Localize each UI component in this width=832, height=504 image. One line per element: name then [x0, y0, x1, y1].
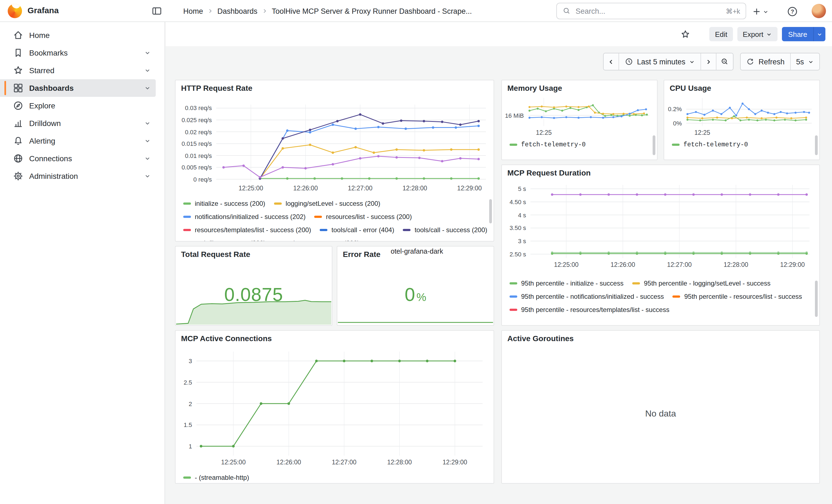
search-input[interactable]: Search... ⌘+k	[556, 3, 746, 19]
duration-legend: 95th percentile - initialize - success95…	[502, 278, 820, 315]
legend-item[interactable]: resources/templates/list - success (200)	[183, 224, 311, 235]
legend-item[interactable]: 95th percentile - notifications/initiali…	[510, 291, 664, 301]
y-axis-tick-label: 3.50 s	[504, 224, 526, 232]
memory-legend: fetch-telemetry-0	[502, 139, 657, 150]
legend-item[interactable]: initialize - success (200)	[183, 198, 265, 209]
time-range-picker[interactable]: Last 5 minutes	[618, 53, 701, 70]
export-button[interactable]: Export	[737, 27, 778, 41]
breadcrumb-current-dashboard[interactable]: ToolHive MCP Server & Proxy Runner Dashb…	[272, 7, 472, 15]
legend-item[interactable]: resources/list - success (200)	[314, 211, 412, 222]
http-request-rate-chart[interactable]: 12:25:0012:26:0012:27:0012:28:0012:29:00…	[178, 101, 490, 195]
sidebar-item-explore[interactable]: Explore	[0, 97, 156, 114]
legend-item[interactable]: fetch-telemetry-0	[510, 139, 586, 150]
chevron-down-icon[interactable]	[144, 49, 151, 57]
cpu-usage-chart[interactable]: 12:250.2%0%	[665, 96, 815, 135]
globe-icon	[12, 153, 24, 164]
sidebar-item-starred[interactable]: Starred	[0, 62, 156, 79]
http-svg	[178, 101, 490, 195]
panel-title[interactable]: Active Goroutines	[502, 331, 820, 344]
y-axis-tick-label: 0.01 req/s	[178, 152, 212, 159]
memory-usage-chart[interactable]: 12:2516 MiB	[503, 96, 653, 135]
help-button[interactable]: ?	[787, 4, 798, 19]
scrollbar[interactable]	[489, 199, 492, 223]
total_spark-svg	[176, 295, 331, 325]
sidebar-item-connections[interactable]: Connections	[0, 150, 156, 167]
x-axis-tick-label: 12:26:00	[267, 458, 311, 466]
panel-mcp-active-connections: MCP Active Connections 12:25:0012:26:001…	[175, 330, 494, 484]
share-dropdown-button[interactable]	[813, 27, 825, 41]
edit-button[interactable]: Edit	[709, 27, 733, 41]
zoom-out-icon	[721, 57, 729, 66]
legend-item[interactable]: tools/list - success (200)	[183, 238, 265, 241]
panel-title[interactable]: Total Request Rate	[176, 246, 332, 260]
chevron-down-icon	[808, 59, 814, 65]
sidebar-item-dashboards[interactable]: Dashboards	[0, 79, 156, 97]
y-axis-tick-label: 1	[179, 442, 192, 450]
legend-item[interactable]: fetch-telemetry-0	[672, 139, 748, 150]
y-axis-tick-label: 0.02 req/s	[178, 128, 212, 136]
add-button[interactable]	[752, 4, 769, 19]
panel-title[interactable]: Memory Usage	[502, 80, 657, 94]
legend-marker	[632, 282, 640, 284]
panel-total-request-rate: Total Request Rate 0.0875	[175, 246, 332, 326]
legend-item[interactable]: notifications/initialized - success (202…	[183, 211, 306, 222]
chevron-right-icon	[207, 8, 213, 14]
mcp-active-connections-chart[interactable]: 12:25:0012:26:0012:27:0012:28:0012:29:00…	[179, 348, 488, 470]
chevron-down-icon[interactable]	[144, 155, 151, 162]
time-shift-back-button[interactable]	[603, 53, 618, 70]
legend-item[interactable]: 95th percentile - resources/templates/li…	[510, 304, 669, 315]
y-axis-tick-label: 2	[179, 400, 192, 407]
legend-item[interactable]: unknown - success (200)	[274, 238, 359, 241]
chevron-down-icon[interactable]	[144, 172, 151, 180]
sidebar-item-home[interactable]: Home	[0, 26, 156, 44]
grafana-logo-icon[interactable]	[8, 4, 22, 18]
panel-title[interactable]: MCP Request Duration	[502, 165, 820, 178]
sidebar-item-administration[interactable]: Administration	[0, 167, 156, 185]
legend-item[interactable]: 95th percentile - resources/list - succe…	[673, 291, 802, 301]
legend-item[interactable]: tools/call - success (200)	[403, 224, 487, 235]
scrollbar[interactable]	[815, 281, 818, 317]
breadcrumb-dashboards[interactable]: Dashboards	[217, 7, 258, 15]
panel-mcp-request-duration: MCP Request Duration 12:25:0012:26:0012:…	[501, 164, 820, 326]
zoom-out-button[interactable]	[716, 53, 733, 70]
home-icon	[12, 30, 24, 41]
sidebar-item-drilldown[interactable]: Drilldown	[0, 114, 156, 132]
dock-menu-icon[interactable]	[150, 4, 164, 19]
legend-label: tools/call - success (200)	[415, 226, 487, 234]
brand-title: Grafana	[27, 5, 59, 15]
legend-item[interactable]: 95th percentile - logging/setLevel - suc…	[632, 278, 770, 288]
chevron-down-icon[interactable]	[144, 137, 151, 145]
breadcrumb-home[interactable]: Home	[183, 7, 203, 15]
sidebar-item-alerting[interactable]: Alerting	[0, 132, 156, 150]
y-axis-tick-label: 16 MiB	[503, 111, 524, 119]
mcp-request-duration-chart[interactable]: 12:25:0012:26:0012:27:0012:28:0012:29:00…	[504, 182, 815, 272]
http-legend: initialize - success (200)logging/setLev…	[176, 198, 494, 241]
time-shift-forward-button[interactable]	[701, 53, 716, 70]
legend-item[interactable]: logging/setLevel - success (200)	[274, 198, 380, 209]
legend-label: tools/call - error (404)	[332, 226, 394, 234]
legend-item[interactable]: 95th percentile - initialize - success	[510, 278, 623, 288]
search-icon	[562, 7, 571, 16]
chevron-down-icon[interactable]	[144, 67, 151, 74]
panel-title[interactable]: HTTP Request Rate	[176, 80, 494, 94]
user-avatar[interactable]	[812, 4, 826, 18]
scrollbar[interactable]	[653, 135, 655, 155]
y-axis-tick-label: 3 s	[504, 237, 526, 245]
legend-item[interactable]: - (streamable-http)	[183, 472, 249, 482]
panel-title[interactable]: CPU Usage	[664, 80, 820, 94]
refresh-button[interactable]: Refresh	[741, 53, 790, 70]
connections-legend: - (streamable-http)	[176, 472, 494, 482]
chevron-down-icon[interactable]	[144, 120, 151, 127]
legend-marker	[314, 215, 322, 218]
refresh-interval-picker[interactable]: 5s	[790, 53, 820, 70]
panel-title[interactable]: MCP Active Connections	[176, 331, 494, 344]
legend-label: 95th percentile - notifications/initiali…	[521, 292, 664, 300]
share-button[interactable]: Share	[782, 27, 813, 41]
sidebar-item-bookmarks[interactable]: Bookmarks	[0, 44, 156, 62]
favorite-star-button[interactable]	[678, 26, 693, 42]
legend-item[interactable]: tools/call - error (404)	[320, 224, 394, 235]
legend-marker	[672, 143, 680, 145]
scrollbar[interactable]	[815, 135, 818, 155]
chevron-down-icon	[816, 31, 823, 37]
chevron-down-icon[interactable]	[144, 84, 151, 92]
